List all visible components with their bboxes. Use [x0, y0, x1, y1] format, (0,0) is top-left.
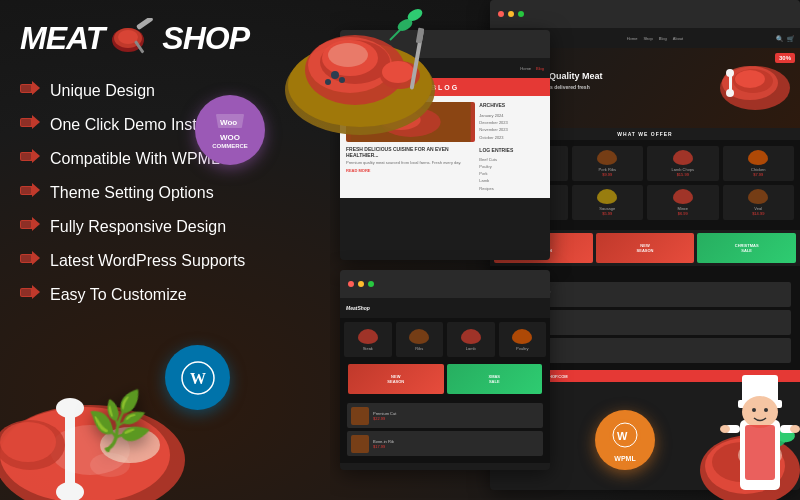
- feature-item-wpml: Compatible With WPML: [20, 148, 310, 169]
- woo-icon: Woo: [215, 111, 245, 134]
- feature-label-4: Fully Responsive Design: [50, 218, 226, 236]
- feature-icon-1: [20, 114, 40, 135]
- mock-product-3: Chicken $7.99: [723, 146, 795, 181]
- shop-browser-chrome: [340, 270, 550, 298]
- shop-right-img-0: [351, 407, 369, 425]
- shop-right-price-1: $17.99: [373, 444, 539, 449]
- shop-logo-text: MeatShop: [346, 305, 370, 311]
- feature-label-5: Latest WordPress Supports: [50, 252, 245, 270]
- svg-rect-59: [416, 28, 425, 44]
- svg-rect-16: [21, 187, 31, 194]
- woo-label2: COMMERCE: [212, 143, 248, 150]
- svg-rect-19: [21, 221, 31, 228]
- blog-sidebar: ARCHIVES January 2024December 2023Novemb…: [479, 102, 544, 192]
- mock-product-img-3: [748, 150, 768, 165]
- wpml-icon: W: [608, 418, 643, 453]
- logo-text-right: Shop: [162, 20, 249, 57]
- svg-marker-21: [32, 251, 40, 265]
- svg-marker-18: [32, 217, 40, 231]
- screenshot-shop: MeatShop Steak Ribs Lamb: [340, 270, 550, 470]
- svg-point-79: [720, 425, 730, 433]
- mock-product-1: Pork Ribs $9.99: [572, 146, 644, 181]
- blog-nav-links: Home Blog: [520, 66, 544, 71]
- svg-point-55: [325, 79, 331, 85]
- mock-nav-icons: 🔍 🛒: [776, 35, 794, 42]
- wordpress-icon: W: [178, 358, 218, 398]
- blog-nav-home: Home: [520, 66, 531, 71]
- shop-nav: MeatShop: [340, 298, 550, 318]
- mock-product-price-7: $14.99: [752, 211, 764, 216]
- mock-right-info-0: Premium Beef $24.99: [525, 290, 787, 300]
- svg-rect-76: [745, 425, 775, 480]
- svg-text:W: W: [617, 430, 628, 442]
- mock-product-price-2: $15.99: [677, 172, 689, 177]
- svg-rect-3: [136, 18, 154, 30]
- svg-point-57: [382, 61, 414, 83]
- mock-product-price-6: $6.99: [678, 211, 688, 216]
- shop-product-3: Poultry: [499, 322, 547, 357]
- mock-product-price-3: $7.99: [753, 172, 763, 177]
- chef-figure: [720, 360, 800, 500]
- feature-icon-6: [20, 284, 40, 305]
- browser-dot-red: [498, 11, 504, 17]
- logo-icon: [108, 18, 158, 58]
- mock-right-price-0: $24.99: [525, 295, 787, 300]
- mock-product-img-6: [673, 189, 693, 204]
- mock-product-7: Veal $14.99: [723, 185, 795, 220]
- mock-product-5: Sausage $5.99: [572, 185, 644, 220]
- logo-area: Meat Shop: [20, 18, 310, 58]
- svg-point-49: [328, 43, 368, 67]
- woo-label: WOO: [220, 134, 240, 143]
- feature-item-demo: One Click Demo Installation: [20, 114, 310, 135]
- shop-banner-text-1: XMASSALE: [488, 374, 500, 384]
- shop-product-list: Premium Cut $22.99 Bone-in Rib $17.99: [344, 400, 546, 459]
- svg-rect-25: [21, 289, 31, 296]
- mock-cart-icon: 🛒: [787, 35, 794, 42]
- feature-label-0: Unique Design: [50, 82, 155, 100]
- svg-point-54: [339, 77, 345, 83]
- shop-banner-1: XMASSALE: [447, 364, 543, 394]
- mock-right-info-1: Fresh Ribs $19.99: [525, 318, 787, 328]
- shop-product-1: Ribs: [396, 322, 444, 357]
- mock-product-img-7: [748, 189, 768, 204]
- mock-nav-link-shop: Shop: [643, 36, 652, 41]
- shop-banner-text-0: NEWSEASON: [387, 374, 404, 384]
- mock-product-img-2: [673, 150, 693, 165]
- mock-right-price-1: $19.99: [525, 323, 787, 328]
- svg-marker-24: [32, 285, 40, 299]
- mock-season-banner-1: NEWSEASON: [596, 233, 695, 263]
- feature-item-wordpress: Latest WordPress Supports: [20, 250, 310, 271]
- shop-product-row-1: Steak Ribs Lamb Poultry: [344, 322, 546, 357]
- browser-dot-green: [518, 11, 524, 17]
- shop-right-card-1: Bone-in Rib $17.99: [347, 431, 543, 456]
- shop-name-3: Poultry: [516, 346, 528, 351]
- svg-point-73: [742, 396, 778, 428]
- mock-season-banner-2: CHRISTMASSALE: [697, 233, 796, 263]
- wpml-label: WPML: [614, 455, 635, 462]
- mock-product-img-1: [597, 150, 617, 165]
- shop-right-info-0: Premium Cut $22.99: [373, 411, 539, 421]
- blog-read-more: READ MORE: [346, 168, 475, 173]
- svg-marker-6: [32, 81, 40, 95]
- mock-season-text-1: NEWSEASON: [637, 243, 654, 253]
- browser-dot-yellow: [508, 11, 514, 17]
- svg-point-75: [764, 408, 768, 412]
- blog-post-text: Premium quality meat sourced from local …: [346, 160, 475, 165]
- feature-icon-2: [20, 148, 40, 169]
- shop-name-0: Steak: [363, 346, 373, 351]
- shop-right-price-0: $22.99: [373, 416, 539, 421]
- shop-dot-red: [348, 281, 354, 287]
- shop-right-info-1: Bone-in Rib $17.99: [373, 439, 539, 449]
- blog-categories: Beef CutsPoultryPorkLambRecipes: [479, 156, 544, 192]
- shop-dot-green: [368, 281, 374, 287]
- svg-point-63: [56, 398, 84, 418]
- svg-marker-15: [32, 183, 40, 197]
- svg-point-74: [752, 408, 756, 412]
- svg-marker-12: [32, 149, 40, 163]
- feature-label-2: Compatible With WPML: [50, 150, 220, 168]
- feature-label-6: Easy To Customize: [50, 286, 187, 304]
- shop-right-img-1: [351, 435, 369, 453]
- feature-icon-3: [20, 182, 40, 203]
- hero-food-image: [270, 0, 450, 150]
- svg-point-69: [0, 422, 56, 462]
